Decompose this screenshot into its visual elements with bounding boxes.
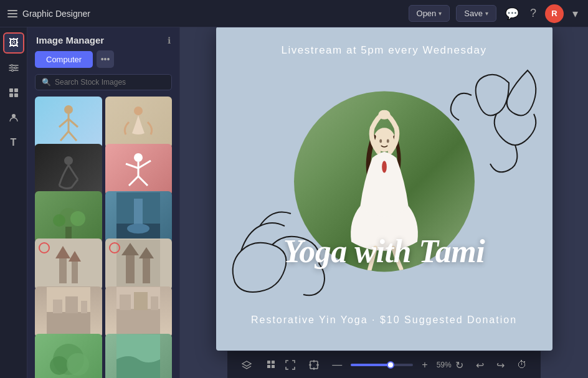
- svg-rect-34: [59, 258, 67, 283]
- grid-icon[interactable]: [262, 357, 281, 373]
- svg-rect-41: [143, 258, 150, 283]
- svg-rect-64: [267, 365, 270, 368]
- svg-rect-51: [134, 292, 148, 310]
- left-panel: Image Manager ℹ Computer ••• 🔍: [27, 27, 180, 378]
- canvas-area: Livestream at 5pm every Wednesday: [180, 27, 588, 378]
- main-content: 🖼 T: [0, 27, 588, 378]
- svg-point-4: [14, 67, 16, 69]
- list-item[interactable]: [105, 191, 173, 243]
- top-bar-left: Graphic Designer: [7, 9, 401, 19]
- svg-line-15: [60, 131, 69, 141]
- svg-point-10: [12, 114, 16, 118]
- refresh-icon[interactable]: ↻: [452, 357, 467, 374]
- sidebar-item-layout[interactable]: [3, 82, 24, 103]
- sidebar-item-images[interactable]: 🖼: [3, 32, 24, 54]
- bottom-toolbar-center: — + 59%: [281, 357, 451, 373]
- icon-sidebar: 🖼 T: [0, 27, 27, 378]
- list-item[interactable]: [35, 239, 102, 290]
- zoom-in-icon[interactable]: +: [418, 357, 431, 373]
- svg-point-11: [64, 105, 73, 114]
- svg-rect-26: [65, 227, 72, 239]
- undo-icon[interactable]: ↩: [472, 357, 488, 374]
- canvas-wrapper: Livestream at 5pm every Wednesday: [201, 27, 568, 351]
- svg-rect-6: [9, 88, 13, 92]
- svg-point-18: [64, 156, 73, 165]
- svg-line-24: [138, 176, 148, 186]
- bottom-toolbar-left: [237, 357, 281, 373]
- canvas-bottom-text: Restorative Yin Yoga · $10 Suggested Don…: [216, 314, 552, 326]
- fit-icon[interactable]: [281, 357, 300, 373]
- zoom-slider[interactable]: [351, 364, 413, 366]
- list-item[interactable]: [105, 334, 173, 378]
- svg-point-60: [379, 139, 382, 143]
- sidebar-item-filters[interactable]: [3, 57, 24, 78]
- chevron-down-icon: ▾: [439, 10, 442, 17]
- list-item[interactable]: [35, 97, 102, 148]
- panel-title: Image Manager: [36, 35, 104, 45]
- resize-icon[interactable]: [305, 357, 323, 373]
- svg-rect-47: [81, 301, 87, 313]
- sidebar-item-people[interactable]: [3, 107, 24, 128]
- list-item[interactable]: [35, 286, 102, 338]
- zoom-out-icon[interactable]: —: [328, 357, 346, 373]
- svg-rect-38: [116, 240, 160, 290]
- svg-line-22: [138, 161, 151, 168]
- svg-line-21: [126, 164, 138, 168]
- list-item[interactable]: [35, 334, 102, 378]
- list-item[interactable]: [105, 239, 173, 290]
- avatar[interactable]: R: [545, 4, 564, 23]
- comment-icon[interactable]: 💬: [503, 4, 521, 23]
- open-button[interactable]: Open ▾: [409, 5, 450, 22]
- help-icon[interactable]: ?: [528, 4, 539, 22]
- image-grid: [27, 97, 179, 378]
- list-item[interactable]: [35, 144, 102, 196]
- svg-line-13: [59, 119, 69, 127]
- svg-point-32: [127, 224, 149, 234]
- list-item[interactable]: [105, 286, 173, 338]
- top-bar: Graphic Designer Open ▾ Save ▾ 💬 ? R ▾: [0, 0, 588, 27]
- svg-rect-45: [53, 300, 62, 313]
- layers-icon[interactable]: [237, 357, 256, 373]
- svg-rect-7: [14, 88, 18, 92]
- svg-rect-8: [9, 93, 13, 97]
- search-input[interactable]: [55, 78, 165, 87]
- svg-point-19: [134, 153, 143, 162]
- panel-tabs: Computer •••: [27, 50, 179, 74]
- svg-rect-48: [116, 309, 160, 337]
- chevron-down-icon: ▾: [485, 10, 488, 17]
- app-title: Graphic Designer: [22, 9, 90, 19]
- svg-point-17: [134, 106, 143, 115]
- svg-rect-31: [134, 199, 143, 227]
- redo-icon[interactable]: ↪: [493, 357, 508, 374]
- svg-point-54: [50, 356, 69, 375]
- more-options-button[interactable]: •••: [97, 50, 114, 68]
- svg-rect-50: [120, 295, 131, 310]
- save-button[interactable]: Save ▾: [456, 5, 496, 22]
- design-canvas[interactable]: Livestream at 5pm every Wednesday: [216, 27, 552, 351]
- bottom-toolbar-right: ↻ ↩ ↪ ⏱: [452, 357, 531, 374]
- svg-point-58: [378, 110, 390, 119]
- search-icon: 🔍: [42, 78, 51, 87]
- list-item[interactable]: [35, 191, 102, 243]
- computer-button[interactable]: Computer: [35, 51, 93, 68]
- svg-point-27: [53, 214, 65, 227]
- search-box: 🔍: [35, 74, 172, 90]
- svg-point-5: [11, 70, 13, 72]
- canvas-title: Yoga with Tami: [216, 233, 552, 270]
- svg-line-16: [69, 131, 77, 141]
- history-icon[interactable]: ⏱: [513, 357, 531, 373]
- svg-point-61: [386, 139, 389, 143]
- svg-point-28: [70, 211, 85, 226]
- zoom-percent: 59%: [437, 361, 452, 369]
- sidebar-item-text[interactable]: T: [3, 132, 24, 153]
- svg-point-59: [382, 161, 387, 172]
- list-item[interactable]: [105, 97, 173, 148]
- menu-icon[interactable]: [7, 10, 17, 17]
- svg-rect-36: [72, 262, 78, 283]
- list-item[interactable]: [105, 144, 173, 196]
- info-icon[interactable]: ℹ: [168, 35, 171, 45]
- chevron-down-icon[interactable]: ▾: [570, 4, 581, 23]
- svg-rect-52: [151, 296, 158, 310]
- svg-rect-65: [272, 365, 275, 368]
- canvas-top-text: Livestream at 5pm every Wednesday: [216, 44, 552, 57]
